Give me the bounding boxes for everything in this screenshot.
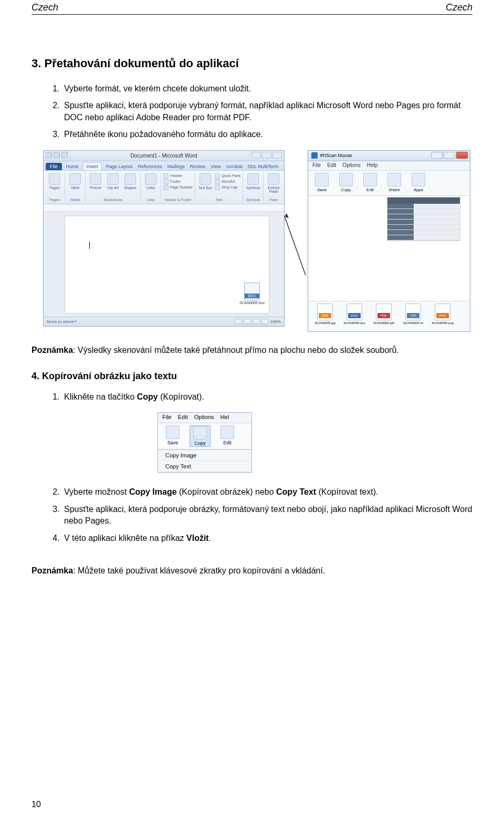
clipart-icon[interactable] [107, 173, 119, 185]
word-statusbar: Move to where? 100% [44, 317, 284, 326]
page-header: Czech Czech [32, 0, 472, 15]
copyfig-menu-options[interactable]: Options [194, 414, 214, 422]
view-outline-icon[interactable] [261, 319, 269, 324]
iris-file-pdf[interactable]: PDFSCAN0005.pdf [372, 304, 395, 325]
header-icon[interactable] [163, 173, 169, 179]
word-ribbon: Pages Pages Table Tables Picture Clip Ar… [44, 171, 284, 204]
maximize-icon[interactable] [444, 152, 455, 159]
copyfig-tool-save[interactable]: Save [162, 425, 183, 447]
copyfig-tool-edit[interactable]: Edit [217, 425, 238, 447]
word-tab-pagelayout[interactable]: Page Layout [105, 163, 134, 170]
minimize-icon[interactable] [431, 152, 443, 159]
ribbon-group-flash: Embed Flash Flash [264, 172, 284, 202]
close-icon[interactable] [456, 152, 468, 159]
embedflash-icon[interactable] [268, 173, 279, 185]
word-file-tab[interactable]: File [46, 163, 62, 170]
dragged-doc-icon[interactable]: SCAN0005.doc [243, 283, 261, 306]
word-tab-mailings[interactable]: Mailings [166, 163, 186, 170]
ribbon-group-illustrations: Picture Clip Art Shapes Illustrations [86, 172, 141, 202]
word-titlebar: Document1 - Microsoft Word [44, 151, 284, 161]
word-tab-home[interactable]: Home [65, 163, 80, 170]
iris-file-png[interactable]: PNGSCAN0005.png [431, 304, 454, 325]
section3-step-2: Spusťte aplikaci, která podporuje vybran… [62, 100, 472, 123]
iris-title-text: IRIScan Mouse [320, 153, 352, 158]
save-icon [315, 173, 329, 186]
ribbon-group-links: Links Links [141, 172, 161, 202]
iris-menubar: File Edit Options Help [308, 161, 470, 171]
header-right: Czech [446, 2, 472, 13]
drag-arrow [282, 202, 308, 280]
picture-icon[interactable] [90, 173, 101, 185]
section3-title: 3. Přetahování dokumentů do aplikací [32, 57, 472, 70]
iris-tool-edit[interactable]: Edit [361, 173, 380, 193]
section4-step-4: V této aplikaci klikněte na příkaz Vloži… [62, 532, 472, 544]
iris-menu-file[interactable]: File [312, 162, 321, 169]
word-tab-review[interactable]: Review [189, 163, 207, 170]
view-layout-icon[interactable] [244, 319, 251, 324]
edit-icon [220, 425, 234, 439]
copy-dropdown-figure: File Edit Options Hel Save Copy Edit Cop… [158, 412, 252, 473]
iris-window: IRIScan Mouse File Edit Options Help Sav… [308, 150, 470, 332]
iris-menu-edit[interactable]: Edit [327, 162, 336, 169]
iris-file-txt[interactable]: TXTSCAN0005.txt [402, 304, 425, 325]
note-1: Poznámka: Výsledky skenování můžete také… [32, 344, 472, 356]
copy-icon [193, 426, 207, 440]
word-tab-insert[interactable]: Insert [83, 162, 102, 170]
iris-toolbar: Save Copy Edit Share Apps [308, 171, 470, 196]
zoom-level: 100% [270, 319, 281, 324]
word-document-area[interactable]: SCAN0005.doc [44, 212, 284, 317]
pagenumber-icon[interactable] [163, 185, 169, 190]
wordart-icon[interactable] [215, 179, 220, 184]
ribbon-group-symbols: Symbols Symbols [243, 172, 264, 202]
section4-steps-a: Klikněte na tlačítko Copy (Kopírovat). [32, 391, 472, 403]
copyfig-menu-file[interactable]: File [162, 414, 172, 422]
iris-file-doc[interactable]: DOCSCAN0005.doc [343, 304, 366, 325]
word-tab-acrobat[interactable]: Acrobat [225, 163, 244, 170]
word-page: SCAN0005.doc [65, 216, 269, 314]
word-tab-view[interactable]: View [209, 163, 222, 170]
iris-tool-apps[interactable]: Apps [409, 173, 428, 193]
copyfig-dropdown: Copy Image Copy Text [158, 450, 251, 472]
iris-tool-copy[interactable]: Copy [337, 173, 355, 193]
section4-title: 4. Kopírování obrázku jako textu [32, 371, 472, 382]
ribbon-group-text: Text Box Quick Parts WordArt Drop Cap Te… [195, 172, 243, 202]
note1-label: Poznámka [32, 346, 73, 354]
section3-step-3: Přetáhněte ikonu požadovaného formátu do… [62, 129, 472, 140]
quickparts-icon[interactable] [215, 173, 220, 179]
textbox-icon[interactable] [200, 173, 211, 185]
iris-menu-help[interactable]: Help [367, 162, 378, 169]
iris-tool-share[interactable]: Share [385, 173, 404, 193]
view-normal-icon[interactable] [235, 319, 242, 324]
iris-file-jpg[interactable]: JPGSCAN0005.jpg [313, 304, 337, 325]
svg-line-0 [285, 216, 306, 275]
copyfig-tool-copy[interactable]: Copy [190, 425, 211, 447]
word-ruler [44, 204, 284, 212]
footer-icon[interactable] [163, 179, 169, 184]
iris-menu-options[interactable]: Options [342, 162, 360, 169]
links-icon[interactable] [145, 173, 156, 185]
word-tab-multiterm[interactable]: SDL MultiTerm [247, 163, 280, 170]
section4-step-3: Spusťte aplikaci, která podporuje obrázk… [62, 504, 472, 527]
word-window-buttons [251, 152, 282, 158]
copyfig-menu-help[interactable]: Hel [220, 414, 229, 422]
word-qat [46, 152, 68, 158]
word-title-text: Document1 - Microsoft Word [130, 153, 197, 159]
word-tab-references[interactable]: References [137, 163, 163, 170]
dropdown-copy-image[interactable]: Copy Image [158, 450, 251, 461]
iris-tool-save[interactable]: Save [312, 173, 331, 193]
table-icon[interactable] [69, 173, 81, 185]
word-ribbon-tabs: File Home Insert Page Layout References … [44, 161, 284, 171]
iris-window-buttons [431, 152, 468, 159]
copyfig-menu-edit[interactable]: Edit [178, 414, 188, 422]
drag-screenshot-row: Document1 - Microsoft Word File Home Ins… [43, 150, 472, 332]
dropcap-icon[interactable] [215, 185, 220, 190]
view-web-icon[interactable] [253, 319, 260, 324]
pages-icon[interactable] [49, 173, 60, 185]
word-window: Document1 - Microsoft Word File Home Ins… [43, 150, 285, 327]
symbols-icon[interactable] [247, 173, 259, 185]
section3-step-1: Vyberte formát, ve kterém chcete dokumen… [62, 83, 472, 95]
dropdown-copy-text[interactable]: Copy Text [158, 461, 251, 472]
shapes-icon[interactable] [124, 173, 136, 185]
copy-icon [339, 173, 353, 186]
status-left: Move to where? [47, 319, 77, 324]
